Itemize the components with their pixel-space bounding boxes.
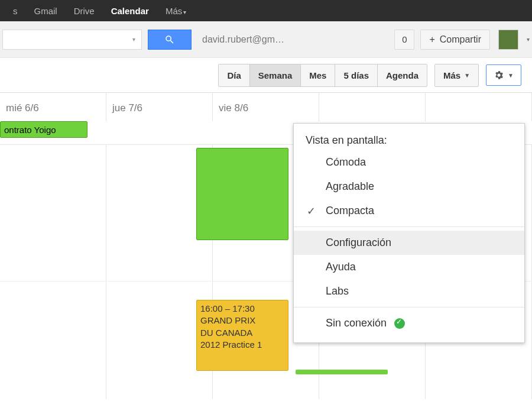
event-title-line: 2012 Practice 1 bbox=[200, 339, 284, 351]
plus-icon: + bbox=[429, 34, 434, 45]
event-block[interactable] bbox=[196, 148, 288, 240]
search-button[interactable] bbox=[148, 30, 192, 50]
menu-header: Vista en pantalla: bbox=[294, 128, 524, 150]
search-icon bbox=[164, 34, 175, 45]
menu-labs[interactable]: Labs bbox=[294, 279, 524, 303]
settings-button[interactable]: ▼ bbox=[486, 64, 521, 86]
share-label: Compartir bbox=[440, 34, 481, 45]
density-cozy[interactable]: Agradable bbox=[294, 174, 524, 199]
view-month[interactable]: Mes bbox=[301, 64, 335, 86]
event-title-line: DU CANADA bbox=[200, 327, 284, 339]
share-button[interactable]: + Compartir bbox=[420, 30, 490, 50]
menu-settings[interactable]: Configuración bbox=[294, 231, 524, 255]
view-segmented: Día Semana Mes 5 días Agenda bbox=[218, 64, 427, 87]
settings-menu: Vista en pantalla: Cómoda Agradable Comp… bbox=[293, 123, 525, 343]
more-button[interactable]: Más ▼ bbox=[434, 64, 479, 87]
search-input[interactable] bbox=[2, 30, 126, 50]
nav-item-mas[interactable]: Más▾ bbox=[157, 6, 194, 16]
nav-item-drive[interactable]: Drive bbox=[66, 6, 103, 16]
chevron-down-icon[interactable]: ▾ bbox=[527, 36, 530, 43]
gear-icon bbox=[494, 70, 504, 80]
menu-offline[interactable]: Sin conexión bbox=[294, 311, 524, 335]
view-agenda[interactable]: Agenda bbox=[378, 64, 427, 86]
chevron-down-icon: ▼ bbox=[464, 72, 470, 79]
check-circle-icon bbox=[394, 318, 405, 329]
view-5days[interactable]: 5 días bbox=[335, 64, 378, 86]
day-header bbox=[319, 93, 425, 109]
more-label: Más bbox=[443, 70, 460, 80]
nav-item-plus[interactable]: s bbox=[5, 6, 26, 16]
density-comfortable[interactable]: Cómoda bbox=[294, 150, 524, 174]
event-grandprix[interactable]: 16:00 – 17:30 GRAND PRIX DU CANADA 2012 … bbox=[196, 300, 288, 371]
day-headers: mié 6/6 jue 7/6 vie 8/6 bbox=[0, 93, 532, 121]
day-column[interactable] bbox=[0, 145, 106, 399]
event-title-line: GRAND PRIX bbox=[200, 315, 284, 326]
event-time: 16:00 – 17:30 bbox=[200, 303, 284, 315]
nav-item-gmail[interactable]: Gmail bbox=[26, 6, 66, 16]
day-header: mié 6/6 bbox=[0, 93, 106, 121]
view-week[interactable]: Semana bbox=[250, 64, 301, 86]
menu-separator bbox=[294, 227, 524, 227]
chevron-down-icon: ▾ bbox=[183, 9, 186, 15]
nav-item-label: Más bbox=[166, 6, 182, 16]
chevron-down-icon: ▼ bbox=[508, 72, 514, 79]
search-options-toggle[interactable]: ▾ bbox=[126, 30, 142, 50]
share-count-badge[interactable]: 0 bbox=[394, 30, 414, 50]
day-header: jue 7/6 bbox=[106, 93, 212, 121]
event-bar[interactable] bbox=[296, 370, 388, 374]
toolbar: ▾ david.rubert@gm… 0 + Compartir ▾ bbox=[0, 21, 532, 58]
view-controls: Día Semana Mes 5 días Agenda Más ▼ ▼ bbox=[0, 58, 532, 92]
density-compact[interactable]: Compacta bbox=[294, 199, 524, 223]
account-email: david.rubert@gm… bbox=[202, 34, 284, 45]
avatar[interactable] bbox=[498, 30, 518, 50]
day-header: vie 8/6 bbox=[213, 93, 319, 121]
nav-item-calendar[interactable]: Calendar bbox=[103, 6, 157, 16]
menu-separator bbox=[294, 307, 524, 308]
menu-offline-label: Sin conexión bbox=[326, 317, 387, 329]
view-day[interactable]: Día bbox=[219, 64, 249, 86]
event-allday[interactable]: ontrato Yoigo bbox=[0, 121, 87, 138]
day-header bbox=[426, 93, 531, 109]
search-box: ▾ bbox=[2, 30, 142, 50]
global-nav: s Gmail Drive Calendar Más▾ bbox=[0, 0, 532, 21]
menu-help[interactable]: Ayuda bbox=[294, 255, 524, 279]
